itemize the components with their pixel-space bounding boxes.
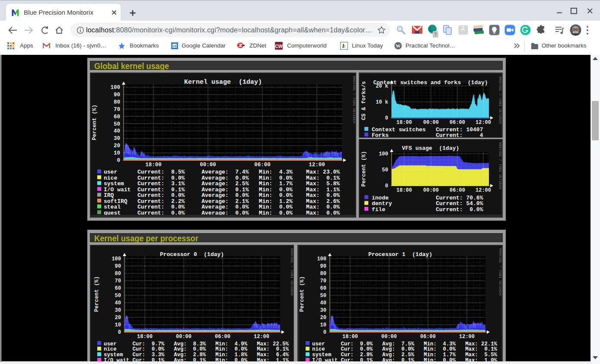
svg-text:Percent (%): Percent (%)	[92, 104, 98, 140]
svg-text:guest Current: 0.0% A: guest Current: 0.0% Average: 0.0% Min: 0…	[104, 210, 340, 215]
svg-text:I/O wait Cur: 0.1% Avg: 0.: I/O wait Cur: 0.1% Avg: 0.1% Min: 0.0% M…	[104, 358, 289, 361]
svg-text:30: 30	[115, 307, 121, 313]
svg-text:80: 80	[115, 271, 121, 277]
svg-text:20: 20	[114, 143, 120, 149]
svg-text:VFS usage (1day): VFS usage (1day)	[402, 145, 460, 152]
svg-text:20: 20	[320, 315, 326, 321]
svg-text:06:00: 06:00	[215, 334, 230, 340]
svg-text:30: 30	[320, 307, 326, 313]
svg-text:18:00: 18:00	[342, 334, 358, 340]
svg-text:RRDTOOL / TOBI OETIKER: RRDTOOL / TOBI OETIKER	[498, 142, 501, 190]
svg-text:40: 40	[115, 300, 121, 306]
svg-text:00:00: 00:00	[200, 162, 216, 168]
svg-text:70: 70	[114, 107, 120, 113]
svg-text:90: 90	[114, 92, 120, 98]
svg-text:100: 100	[112, 256, 121, 262]
svg-text:Processor 0 (1day): Processor 0 (1day)	[160, 251, 224, 258]
svg-text:0: 0	[117, 158, 120, 164]
svg-text:user Cur: 9.0% Avg: 7.: user Cur: 9.0% Avg: 7.5% Min: 4.3% Max: …	[312, 341, 498, 347]
svg-text:00:00: 00:00	[381, 334, 397, 340]
svg-text:10: 10	[320, 322, 326, 328]
svg-text:nice Cur: 0.0% Avg: 0.: nice Cur: 0.0% Avg: 0.0% Min: 0.0% Max: …	[312, 346, 498, 352]
svg-text:CS & forks/s: CS & forks/s	[361, 81, 367, 120]
svg-text:00:00: 00:00	[423, 187, 439, 193]
svg-text:I/O wait Cur: 0.1% Avg: 0.: I/O wait Cur: 0.1% Avg: 0.1% Min: 0.0% M…	[312, 358, 498, 361]
svg-text:70: 70	[320, 278, 326, 284]
svg-text:100: 100	[110, 85, 120, 91]
svg-text:60: 60	[114, 114, 120, 120]
svg-text:Context switches and forks (1: Context switches and forks (1day)	[373, 79, 488, 86]
svg-text:RRDTOOL / TOBI OETIKER: RRDTOOL / TOBI OETIKER	[290, 248, 293, 296]
svg-text:40: 40	[320, 300, 326, 306]
svg-text:18:00: 18:00	[396, 120, 412, 126]
svg-text:CW: CW	[275, 44, 283, 49]
svg-text:40: 40	[114, 128, 120, 134]
svg-text:?: ?	[434, 32, 437, 38]
svg-text:60: 60	[320, 285, 326, 291]
svg-text:nice Cur: 0.0% Avg: 0.: nice Cur: 0.0% Avg: 0.0% Min: 0.0% Max: …	[104, 346, 289, 352]
svg-text:30: 30	[114, 136, 120, 142]
svg-text:12:00: 12:00	[254, 334, 269, 340]
svg-text:18:00: 18:00	[396, 187, 412, 193]
svg-text:12:00: 12:00	[476, 187, 491, 193]
svg-text:RRDTOOL / TOBI OETIKER: RRDTOOL / TOBI OETIKER	[352, 76, 355, 123]
svg-text:Percent (%): Percent (%)	[94, 276, 100, 312]
svg-text:90: 90	[115, 263, 121, 269]
svg-text:18:00: 18:00	[137, 334, 153, 340]
svg-text:60: 60	[115, 285, 121, 291]
svg-text:0: 0	[118, 329, 121, 336]
svg-text:system Cur: 3.3% Avg: 2.: system Cur: 3.3% Avg: 2.8% Min: 1.8% Max…	[104, 352, 289, 358]
svg-text:20: 20	[115, 315, 121, 321]
svg-text:12:00: 12:00	[309, 162, 325, 168]
svg-text:12:00: 12:00	[476, 120, 491, 126]
svg-text:50: 50	[114, 121, 120, 127]
svg-text:00:00: 00:00	[176, 334, 191, 340]
svg-text:0: 0	[385, 183, 388, 189]
svg-text:20 k: 20 k	[376, 83, 388, 89]
svg-text:06:00: 06:00	[254, 162, 271, 168]
svg-text:Percent (%): Percent (%)	[361, 151, 367, 187]
svg-text:user Cur: 9.7% Avg: 8.: user Cur: 9.7% Avg: 8.3% Min: 4.9% Max: …	[104, 341, 289, 347]
svg-text:10: 10	[115, 322, 121, 328]
svg-text:Processor 1 (1day): Processor 1 (1day)	[368, 251, 432, 258]
svg-text:10: 10	[114, 150, 120, 156]
svg-text:80: 80	[114, 99, 120, 105]
svg-text:100: 100	[317, 256, 326, 262]
svg-text:80: 80	[320, 271, 326, 277]
svg-text:0: 0	[385, 115, 388, 121]
svg-text:Kernel usage (1day): Kernel usage (1day)	[184, 79, 262, 86]
svg-text:100: 100	[379, 151, 388, 157]
svg-text:06:00: 06:00	[420, 334, 436, 340]
svg-text:06:00: 06:00	[450, 187, 465, 193]
svg-text:50: 50	[382, 167, 388, 173]
svg-text:50: 50	[115, 293, 121, 299]
svg-text:t: t	[344, 43, 346, 49]
svg-text:90: 90	[320, 263, 326, 269]
svg-text:file Current: 0: file Current: 0.0%	[372, 206, 483, 213]
svg-text:0: 0	[323, 329, 326, 336]
svg-text:W: W	[396, 43, 401, 48]
svg-text:50: 50	[320, 293, 326, 299]
svg-text:70: 70	[115, 278, 121, 284]
svg-text:00:00: 00:00	[423, 120, 439, 126]
svg-text:RRDTOOL / TOBI OETIKER: RRDTOOL / TOBI OETIKER	[498, 76, 501, 124]
svg-text:Forks Current:: Forks Current: 4	[372, 132, 483, 138]
svg-text:system Cur: 2.9% Avg: 2.: system Cur: 2.9% Avg: 2.5% Min: 1.7% Max…	[312, 352, 498, 358]
svg-text:10 k: 10 k	[376, 99, 388, 105]
svg-text:Percent (%): Percent (%)	[299, 276, 305, 312]
svg-text:18:00: 18:00	[145, 162, 162, 168]
svg-text:12:00: 12:00	[459, 334, 475, 340]
svg-text:06:00: 06:00	[450, 120, 465, 126]
svg-text:28: 28	[173, 44, 176, 48]
svg-text:RRDTOOL / TOBI OETIKER: RRDTOOL / TOBI OETIKER	[498, 248, 501, 296]
